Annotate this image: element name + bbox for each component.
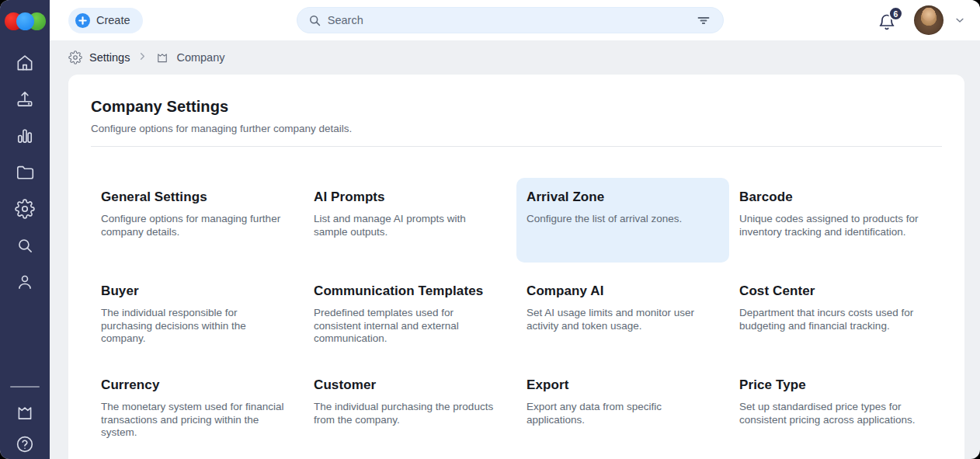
user-icon[interactable]: [15, 271, 36, 292]
settings-card-description: The individual purchasing the products f…: [314, 401, 499, 426]
settings-card[interactable]: AI Prompts List and manage AI prompts wi…: [304, 178, 516, 263]
bar-chart-icon[interactable]: [15, 125, 36, 146]
search-icon: [308, 14, 321, 27]
filter-icon[interactable]: [695, 12, 712, 29]
upload-icon[interactable]: [15, 89, 36, 110]
create-button[interactable]: Create: [68, 8, 143, 33]
sidebar-nav: [15, 52, 36, 292]
settings-card-title: Arrival Zone: [526, 190, 712, 205]
settings-card-description: The individual responsible for purchasin…: [101, 307, 287, 346]
settings-card-description: Configure options for managing further c…: [101, 213, 287, 238]
plus-icon: [75, 13, 90, 28]
breadcrumb-item-settings[interactable]: Settings: [68, 50, 130, 64]
sidebar-bottom: [0, 386, 50, 454]
header-divider: [91, 146, 942, 147]
settings-card[interactable]: Communication Templates Predefined templ…: [304, 272, 516, 356]
settings-card-description: Set AI usage limits and monitor user act…: [526, 307, 712, 332]
app-logo: [5, 11, 45, 32]
breadcrumb-label: Settings: [89, 51, 130, 64]
help-icon[interactable]: [15, 433, 36, 454]
settings-card[interactable]: Arrival Zone Configure the list of arriv…: [516, 178, 729, 263]
folder-icon[interactable]: [15, 162, 36, 183]
settings-card-description: Unique codes assigned to products for in…: [739, 213, 925, 238]
settings-card-description: Department that incurs costs used for bu…: [739, 307, 925, 332]
chevron-down-icon: [954, 14, 966, 26]
settings-card[interactable]: Export Export any data from specific app…: [516, 366, 729, 450]
topbar: Create 6: [50, 0, 980, 40]
search-icon[interactable]: [15, 235, 36, 256]
content-card: Company Settings Configure options for m…: [68, 75, 964, 459]
settings-card-title: Communication Templates: [314, 283, 499, 299]
settings-card-title: Export: [526, 377, 712, 393]
main-area: Create 6: [50, 0, 980, 459]
chevron-right-icon: [137, 50, 148, 65]
sidebar: [0, 0, 50, 459]
profile-menu-button[interactable]: [954, 14, 966, 26]
breadcrumb-item-company[interactable]: Company: [155, 50, 224, 64]
settings-card[interactable]: Cost Center Department that incurs costs…: [729, 272, 942, 356]
gear-icon: [68, 50, 82, 64]
settings-card-description: List and manage AI prompts with sample o…: [314, 213, 499, 238]
avatar[interactable]: [914, 5, 944, 35]
notification-count-badge: 6: [888, 6, 903, 21]
settings-card-title: AI Prompts: [314, 190, 499, 205]
settings-card-title: General Settings: [101, 190, 287, 205]
search-input[interactable]: [328, 14, 689, 26]
settings-card[interactable]: Buyer The individual responsible for pur…: [91, 272, 304, 356]
settings-card[interactable]: Currency The monetary system used for fi…: [91, 366, 304, 450]
factory-icon[interactable]: [15, 402, 36, 422]
settings-card-title: Company AI: [526, 283, 712, 299]
settings-card-description: Configure the list of arrival zones.: [526, 213, 712, 226]
home-icon[interactable]: [15, 52, 36, 73]
logo-blue-circle: [16, 12, 34, 30]
page-title: Company Settings: [91, 98, 942, 116]
settings-card-title: Barcode: [739, 190, 925, 205]
settings-card[interactable]: Company AI Set AI usage limits and monit…: [516, 272, 729, 356]
settings-card-title: Cost Center: [739, 283, 925, 299]
settings-card-description: Export any data from specific applicatio…: [526, 401, 712, 426]
notifications-button[interactable]: 6: [877, 9, 898, 31]
topbar-right: 6: [877, 5, 966, 35]
settings-card[interactable]: Price Type Set up standardised price typ…: [729, 366, 942, 450]
settings-card[interactable]: General Settings Configure options for m…: [91, 178, 304, 263]
breadcrumb: Settings Company: [50, 40, 980, 75]
search-area: [143, 7, 877, 33]
settings-card-description: The monetary system used for financial t…: [101, 401, 287, 440]
settings-card-title: Buyer: [101, 283, 287, 299]
settings-card-title: Currency: [101, 377, 287, 393]
settings-card[interactable]: Barcode Unique codes assigned to product…: [729, 178, 942, 263]
settings-card-title: Customer: [314, 377, 499, 393]
page-subtitle: Configure options for managing further c…: [91, 123, 942, 134]
breadcrumb-label: Company: [176, 51, 224, 64]
app-window: Create 6: [0, 0, 980, 459]
settings-card-title: Price Type: [739, 377, 925, 393]
settings-card[interactable]: Customer The individual purchasing the p…: [304, 366, 516, 450]
gear-icon[interactable]: [15, 198, 36, 219]
create-button-label: Create: [96, 14, 130, 26]
settings-card-description: Set up standardised price types for cons…: [739, 401, 925, 426]
factory-icon: [155, 50, 169, 64]
sidebar-divider: [10, 386, 40, 388]
search-bar[interactable]: [297, 7, 724, 33]
settings-card-description: Predefined templates used for consistent…: [314, 307, 499, 346]
settings-grid: General Settings Configure options for m…: [91, 178, 942, 450]
